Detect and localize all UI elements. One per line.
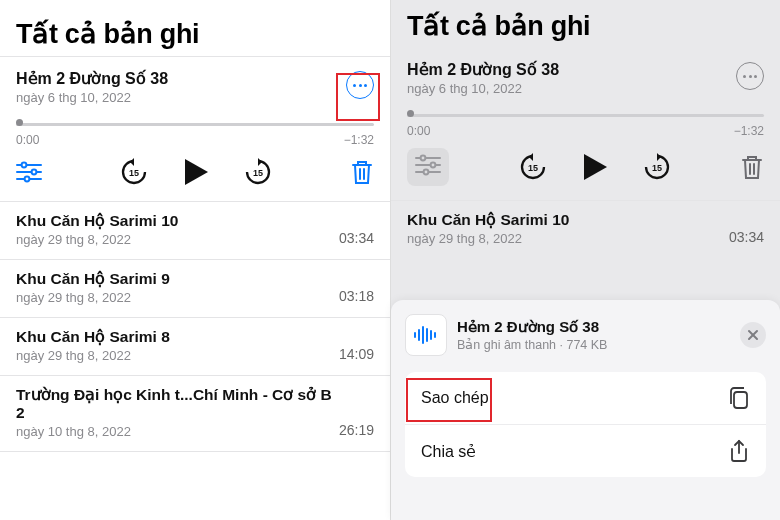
svg-text:15: 15 [253, 168, 263, 178]
more-button[interactable] [736, 62, 764, 90]
recording-date: ngày 6 thg 10, 2022 [16, 90, 168, 105]
recording-date: ngày 29 thg 8, 2022 [16, 232, 178, 247]
time-remaining: −1:32 [734, 124, 764, 138]
skip-forward-15-icon: 15 [643, 153, 671, 181]
share-icon [728, 439, 750, 463]
play-icon [581, 152, 609, 182]
current-recording-row[interactable]: Hẻm 2 Đường Số 38 ngày 6 thg 10, 2022 [0, 56, 390, 107]
recording-name: Khu Căn Hộ Sarimi 10 [16, 212, 178, 230]
delete-button[interactable] [350, 159, 374, 185]
action-card: Sao chép Chia sẻ [405, 372, 766, 477]
recording-date: ngày 29 thg 8, 2022 [407, 231, 569, 246]
progress-slider[interactable] [16, 119, 374, 129]
list-item[interactable]: Khu Căn Hộ Sarimi 10 ngày 29 thg 8, 2022… [0, 202, 390, 260]
sliders-icon [415, 154, 441, 176]
close-button[interactable] [740, 322, 766, 348]
recording-duration: 03:34 [339, 230, 374, 246]
options-button[interactable] [16, 161, 42, 183]
svg-rect-28 [734, 392, 747, 408]
left-pane: Tất cả bản ghi Hẻm 2 Đường Số 38 ngày 6 … [0, 0, 390, 520]
scrubber: 0:00 −1:32 [0, 107, 390, 147]
svg-point-15 [424, 170, 429, 175]
current-recording-row[interactable]: Hẻm 2 Đường Số 38 ngày 6 thg 10, 2022 [391, 48, 780, 98]
sheet-file-meta: Bản ghi âm thanh · 774 KB [457, 337, 730, 352]
recording-date: ngày 29 thg 8, 2022 [16, 348, 170, 363]
svg-text:15: 15 [129, 168, 139, 178]
list-item[interactable]: Trường Đại học Kinh t...Chí Minh - Cơ sở… [0, 376, 390, 452]
waveform-icon [413, 326, 439, 344]
ellipsis-icon [353, 84, 367, 87]
svg-point-13 [431, 163, 436, 168]
recording-name: Hẻm 2 Đường Số 38 [16, 69, 168, 88]
sheet-file-name: Hẻm 2 Đường Số 38 [457, 318, 730, 336]
trash-icon [350, 159, 374, 185]
svg-point-5 [25, 177, 30, 182]
trash-icon [740, 154, 764, 180]
svg-text:15: 15 [651, 163, 661, 173]
recording-date: ngày 29 thg 8, 2022 [16, 290, 170, 305]
play-button[interactable] [182, 157, 210, 187]
close-icon [747, 329, 759, 341]
play-button[interactable] [581, 152, 609, 182]
recording-duration: 03:18 [339, 288, 374, 304]
recording-duration: 03:34 [729, 229, 764, 245]
file-thumbnail [405, 314, 447, 356]
recording-name: Khu Căn Hộ Sarimi 10 [407, 211, 569, 229]
skip-back-button[interactable]: 15 [120, 158, 148, 186]
copy-icon [728, 386, 750, 410]
recording-name: Trường Đại học Kinh t...Chí Minh - Cơ sở… [16, 386, 339, 422]
skip-forward-button[interactable]: 15 [244, 158, 272, 186]
recording-duration: 14:09 [339, 346, 374, 362]
sliders-icon [16, 161, 42, 183]
list-item[interactable]: Khu Căn Hộ Sarimi 8 ngày 29 thg 8, 2022 … [0, 318, 390, 376]
options-button[interactable] [415, 154, 441, 176]
recording-date: ngày 6 thg 10, 2022 [407, 81, 559, 96]
progress-slider[interactable] [407, 110, 764, 120]
skip-back-15-icon: 15 [120, 158, 148, 186]
delete-button[interactable] [740, 154, 764, 180]
time-elapsed: 0:00 [16, 133, 39, 147]
action-label: Chia sẻ [421, 442, 476, 461]
time-remaining: −1:32 [344, 133, 374, 147]
list-item[interactable]: Khu Căn Hộ Sarimi 9 ngày 29 thg 8, 2022 … [0, 260, 390, 318]
play-icon [182, 157, 210, 187]
skip-back-button[interactable]: 15 [519, 153, 547, 181]
share-action[interactable]: Chia sẻ [405, 424, 766, 477]
skip-back-15-icon: 15 [519, 153, 547, 181]
action-label: Sao chép [421, 389, 489, 407]
page-title: Tất cả bản ghi [391, 0, 780, 48]
recording-duration: 26:19 [339, 422, 374, 438]
recording-date: ngày 10 thg 8, 2022 [16, 424, 339, 439]
playback-controls: 15 15 [391, 138, 780, 200]
scrubber: 0:00 −1:32 [391, 98, 780, 138]
skip-forward-button[interactable]: 15 [643, 153, 671, 181]
recording-name: Hẻm 2 Đường Số 38 [407, 60, 559, 79]
svg-point-3 [32, 170, 37, 175]
list-item[interactable]: Khu Căn Hộ Sarimi 10 ngày 29 thg 8, 2022… [391, 200, 780, 258]
page-title: Tất cả bản ghi [0, 0, 390, 56]
svg-point-1 [22, 163, 27, 168]
svg-text:15: 15 [527, 163, 537, 173]
skip-forward-15-icon: 15 [244, 158, 272, 186]
more-button[interactable] [346, 71, 374, 99]
recording-name: Khu Căn Hộ Sarimi 8 [16, 328, 170, 346]
right-pane: Tất cả bản ghi Hẻm 2 Đường Số 38 ngày 6 … [390, 0, 780, 520]
copy-action[interactable]: Sao chép [405, 372, 766, 424]
recording-name: Khu Căn Hộ Sarimi 9 [16, 270, 170, 288]
playback-controls: 15 15 [0, 147, 390, 202]
ellipsis-icon [743, 75, 757, 78]
share-sheet: Hẻm 2 Đường Số 38 Bản ghi âm thanh · 774… [391, 300, 780, 520]
svg-point-11 [421, 156, 426, 161]
time-elapsed: 0:00 [407, 124, 430, 138]
